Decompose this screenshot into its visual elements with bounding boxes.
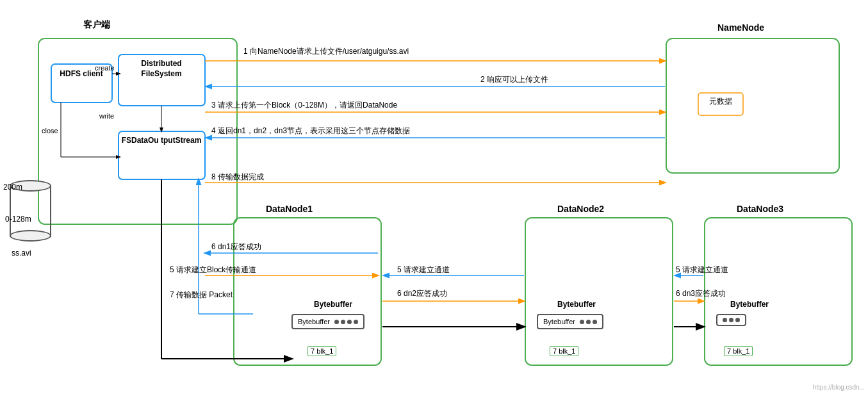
distributed-fs-label: Distributed FileSystem <box>120 59 203 79</box>
blk1-label-dn1: 7 blk_1 <box>307 346 336 356</box>
datanode3-title: DataNode3 <box>737 204 783 214</box>
client-title: 客户端 <box>83 19 110 31</box>
bytebuffer2-label: Bytebuffer <box>543 318 575 325</box>
bytebuffer2: Bytebuffer <box>537 314 603 329</box>
dot3-3 <box>735 318 740 322</box>
diagram: 客户端 NameNode DataNode1 DataNode2 DataNod… <box>0 0 868 394</box>
dot2-3 <box>593 320 597 324</box>
arrow1-label: 1 向NameNode请求上传文件/user/atguigu/ss.avi <box>243 46 409 57</box>
arrow6c-label: 5 请求建立通道 <box>676 265 728 275</box>
arrow2-label: 2 响应可以上传文件 <box>480 74 548 85</box>
arrow7-label: 7 传输数据 Packet <box>170 290 233 300</box>
namenode-title: NameNode <box>717 22 764 33</box>
svg-rect-4 <box>705 218 852 365</box>
file-size-label: 200m <box>3 183 22 192</box>
block-range-label: 0-128m <box>5 215 31 224</box>
arrow4-label: 4 返回dn1，dn2，dn3节点，表示采用这三个节点存储数据 <box>211 126 410 136</box>
write-label: write <box>99 112 114 120</box>
file-name-label: ss.avi <box>12 249 31 258</box>
fsoutputstream-label: FSDataOu tputStream <box>120 136 203 146</box>
arrow5b-label: 6 dn2应答成功 <box>397 288 447 299</box>
dot1-1 <box>334 320 339 324</box>
bytebuffer1-label: Bytebuffer <box>298 318 330 325</box>
arrow6b-label: 5 请求建立通道 <box>397 265 450 275</box>
dot2-2 <box>586 320 591 324</box>
metadata-label: 元数据 <box>700 96 741 107</box>
dot3-1 <box>723 318 727 322</box>
arrow5c-label: 6 dn3应答成功 <box>676 288 726 299</box>
dot1-3 <box>347 320 352 324</box>
watermark: https://blog.csdn... <box>813 384 865 391</box>
dot1-2 <box>341 320 345 324</box>
bytebuffer-title1: Bytebuffer <box>314 300 352 309</box>
bytebuffer-title2: Bytebuffer <box>557 300 596 309</box>
svg-rect-1 <box>666 38 839 173</box>
datanode1-title: DataNode1 <box>266 204 313 214</box>
dot3-2 <box>729 318 733 322</box>
svg-rect-2 <box>234 218 381 365</box>
close-label: close <box>42 127 58 135</box>
dot1-4 <box>354 320 358 324</box>
blk1-label-dn2: 7 blk_1 <box>550 346 578 356</box>
datanode2-title: DataNode2 <box>557 204 604 214</box>
arrow3-label: 3 请求上传第一个Block（0-128M），请返回DataNode <box>211 100 397 111</box>
bytebuffer3 <box>716 314 746 326</box>
bytebuffer1: Bytebuffer <box>291 314 364 329</box>
bytebuffer-title3: Bytebuffer <box>730 300 769 309</box>
blk1-label-dn3: 7 blk_1 <box>724 346 753 356</box>
arrow6a-label: 6 dn1应答成功 <box>211 242 261 252</box>
create-label: create <box>95 64 115 72</box>
dot2-1 <box>580 320 584 324</box>
arrow8-label: 8 传输数据完成 <box>211 172 264 183</box>
svg-rect-3 <box>525 218 673 365</box>
cylinder <box>10 186 51 237</box>
arrow5a-label: 5 请求建立Block传输通道 <box>170 265 256 275</box>
